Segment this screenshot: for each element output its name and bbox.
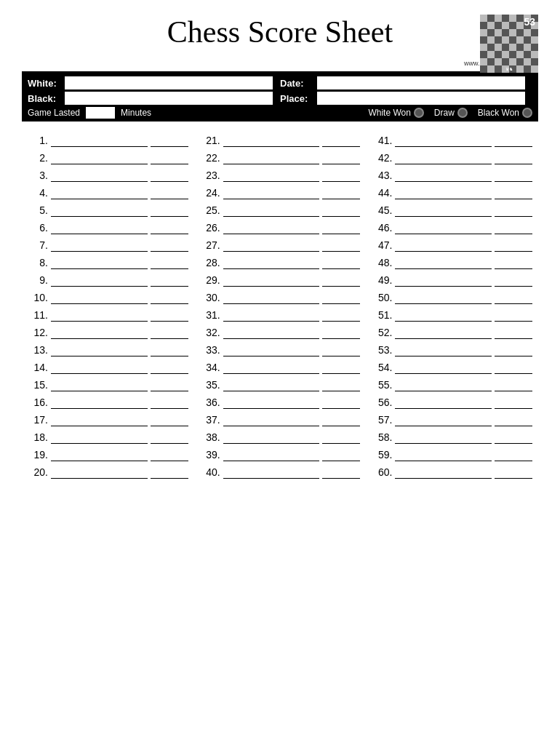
black-row: Black: Place: (28, 92, 532, 105)
list-item: 37. (200, 414, 361, 426)
list-item: 30. (200, 292, 361, 304)
list-item: 54. (372, 362, 532, 374)
list-item: 18. (28, 431, 188, 444)
list-item: 51. (372, 309, 532, 322)
list-item: 40. (200, 466, 361, 479)
list-item: 4. (28, 187, 188, 199)
game-lasted-input[interactable] (86, 107, 115, 119)
list-item: 33. (200, 344, 361, 356)
game-row: Game Lasted Minutes White Won Draw Black… (28, 107, 532, 119)
list-item: 16. (28, 397, 188, 409)
logo: 53 ♛♞ (480, 15, 538, 73)
list-item: 15. (28, 379, 188, 391)
list-item: 31. (200, 309, 361, 322)
list-item: 44. (372, 187, 532, 199)
list-item: 27. (200, 239, 361, 252)
list-item: 21. (200, 135, 361, 147)
list-item: 20. (28, 466, 188, 479)
black-won-label: Black Won (478, 108, 519, 118)
list-item: 34. (200, 362, 361, 374)
list-item: 19. (28, 449, 188, 461)
list-item: 48. (372, 257, 532, 269)
list-item: 38. (200, 431, 361, 444)
logo-text: ♛♞ (480, 66, 538, 71)
page-header: Chess Score Sheet 53 ♛♞ (22, 15, 538, 49)
list-item: 28. (200, 257, 361, 269)
list-item: 36. (200, 397, 361, 409)
game-lasted-label: Game Lasted (28, 108, 80, 118)
moves-section: 1. 2. 3. 4. 5. 6. 7. 8. 9. 10. 11. 12. 1… (22, 135, 538, 484)
list-item: 10. (28, 292, 188, 304)
date-label: Date: (280, 78, 313, 89)
black-label: Black: (28, 93, 60, 104)
page-title: Chess Score Sheet (22, 15, 538, 49)
list-item: 2. (28, 152, 188, 164)
website-label: www.professorchess.com (22, 60, 538, 67)
draw-radio[interactable] (457, 108, 468, 118)
white-won-label: White Won (368, 108, 410, 118)
list-item: 29. (200, 274, 361, 287)
result-radio-group: White Won Draw Black Won (368, 108, 532, 118)
white-won-radio[interactable] (414, 108, 424, 118)
list-item: 49. (372, 274, 532, 287)
list-item: 55. (372, 379, 532, 391)
white-row: White: Date: (28, 76, 532, 89)
info-box: White: Date: Black: Place: Game Lasted M… (22, 71, 538, 121)
white-label: White: (28, 78, 60, 89)
list-item: 1. (28, 135, 188, 147)
list-item: 58. (372, 431, 532, 444)
list-item: 41. (372, 135, 532, 147)
list-item: 59. (372, 449, 532, 461)
date-input[interactable] (317, 76, 525, 89)
list-item: 7. (28, 239, 188, 252)
moves-column-1: 1. 2. 3. 4. 5. 6. 7. 8. 9. 10. 11. 12. 1… (22, 135, 194, 484)
list-item: 12. (28, 327, 188, 339)
list-item: 46. (372, 222, 532, 234)
list-item: 39. (200, 449, 361, 461)
list-item: 52. (372, 327, 532, 339)
list-item: 57. (372, 414, 532, 426)
place-label: Place: (280, 93, 313, 104)
list-item: 32. (200, 327, 361, 339)
list-item: 22. (200, 152, 361, 164)
list-item: 25. (200, 204, 361, 217)
list-item: 9. (28, 274, 188, 287)
list-item: 14. (28, 362, 188, 374)
white-input[interactable] (65, 76, 273, 89)
list-item: 47. (372, 239, 532, 252)
list-item: 26. (200, 222, 361, 234)
moves-column-2: 21. 22. 23. 24. 25. 26. 27. 28. 29. 30. … (194, 135, 367, 484)
list-item: 53. (372, 344, 532, 356)
list-item: 8. (28, 257, 188, 269)
logo-number: 53 (524, 16, 535, 28)
list-item: 60. (372, 466, 532, 479)
moves-column-3: 41. 42. 43. 44. 45. 46. 47. 48. 49. 50. … (366, 135, 538, 484)
draw-option[interactable]: Draw (434, 108, 468, 118)
list-item: 42. (372, 152, 532, 164)
list-item: 5. (28, 204, 188, 217)
black-won-option[interactable]: Black Won (478, 108, 532, 118)
list-item: 11. (28, 309, 188, 322)
list-item: 43. (372, 170, 532, 182)
list-item: 23. (200, 170, 361, 182)
minutes-label: Minutes (121, 108, 151, 118)
black-input[interactable] (65, 92, 273, 105)
list-item: 56. (372, 397, 532, 409)
list-item: 13. (28, 344, 188, 356)
white-won-option[interactable]: White Won (368, 108, 423, 118)
list-item: 45. (372, 204, 532, 217)
black-won-radio[interactable] (522, 108, 532, 118)
list-item: 35. (200, 379, 361, 391)
list-item: 6. (28, 222, 188, 234)
list-item: 3. (28, 170, 188, 182)
draw-label: Draw (434, 108, 455, 118)
list-item: 17. (28, 414, 188, 426)
list-item: 50. (372, 292, 532, 304)
place-input[interactable] (317, 92, 525, 105)
list-item: 24. (200, 187, 361, 199)
